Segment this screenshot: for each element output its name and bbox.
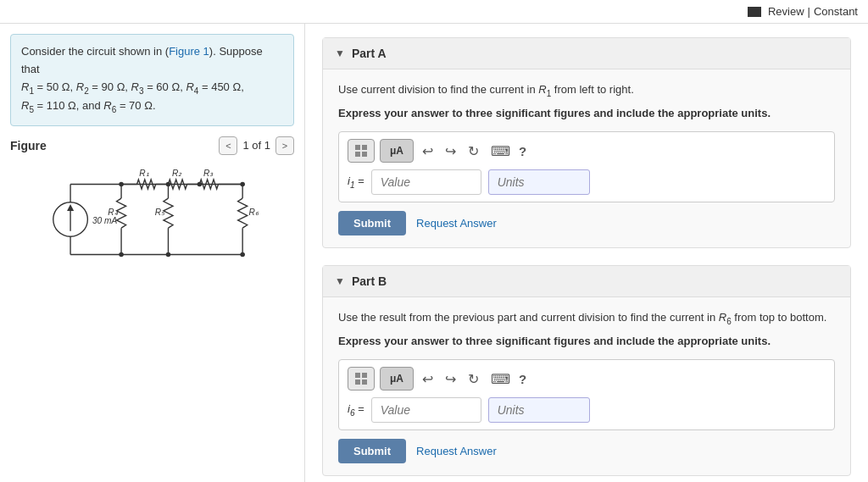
matrix-icon-b [353, 371, 369, 386]
part-a-content: Use current division to find the current… [323, 69, 850, 247]
svg-point-24 [165, 252, 170, 258]
circuit-diagram: 30 mA R₄ [10, 162, 294, 277]
part-a-answer-box: μA ↩ ↪ ↻ ⌨ ? i1 = [338, 131, 835, 202]
svg-rect-37 [362, 380, 367, 385]
svg-text:R₄: R₄ [108, 208, 118, 217]
svg-text:R₆: R₆ [248, 208, 259, 217]
part-b-header[interactable]: ▼ Part B [323, 266, 850, 297]
part-b-section: ▼ Part B Use the result from the previou… [322, 265, 851, 476]
next-figure-btn[interactable]: > [275, 136, 294, 155]
svg-rect-31 [362, 145, 367, 150]
review-link[interactable]: Review [768, 5, 804, 18]
part-b-help-btn[interactable]: ? [519, 372, 526, 386]
figure-link[interactable]: Figure 1 [169, 45, 209, 58]
part-a-value-input[interactable] [371, 169, 481, 195]
part-a-question: Use current division to find the current… [338, 81, 835, 100]
part-a-title: Part A [352, 47, 387, 60]
part-b-units-input[interactable] [488, 397, 590, 423]
svg-rect-35 [362, 373, 367, 378]
svg-point-28 [240, 252, 245, 258]
part-b-instruction: Express your answer to three significant… [338, 333, 835, 350]
part-a-section: ▼ Part A Use current division to find th… [322, 37, 851, 248]
part-b-button-row: Submit Request Answer [338, 439, 835, 463]
matrix-icon [353, 143, 369, 158]
svg-text:R₃: R₃ [203, 169, 214, 178]
part-b-content: Use the result from the previous part an… [323, 297, 850, 475]
part-a-toolbar: μA ↩ ↪ ↻ ⌨ ? [348, 139, 826, 163]
figure-label: Figure [10, 139, 47, 152]
part-b-redo-btn[interactable]: ↪ [442, 369, 459, 389]
part-b-title: Part B [352, 274, 387, 288]
prev-figure-btn[interactable]: < [219, 136, 237, 155]
resistor-values: R1 = 50 Ω, R2 = 90 Ω, R3 = 60 Ω, R4 = 45… [21, 80, 244, 113]
part-b-unit-btn[interactable]: μA [380, 367, 414, 391]
figure-section: Figure < 1 of 1 > [10, 136, 294, 277]
part-b-reset-btn[interactable]: ↻ [465, 369, 482, 389]
part-a-help-btn[interactable]: ? [519, 144, 526, 158]
part-b-question: Use the result from the previous part an… [338, 309, 835, 328]
part-b-submit-btn[interactable]: Submit [338, 439, 406, 463]
part-b-value-input[interactable] [371, 397, 481, 423]
constant-link[interactable]: Constant [814, 5, 858, 18]
separator: | [808, 5, 810, 18]
main-layout: Consider the circuit shown in (Figure 1)… [0, 24, 868, 482]
svg-text:R₂: R₂ [172, 169, 182, 178]
part-a-input-label: i1 = [348, 175, 364, 190]
part-a-request-link[interactable]: Request Answer [416, 217, 497, 230]
part-a-reset-btn[interactable]: ↻ [465, 141, 482, 161]
figure-nav: < 1 of 1 > [219, 136, 294, 155]
right-panel: ▼ Part A Use current division to find th… [305, 24, 868, 482]
part-b-input-label: i6 = [348, 402, 364, 418]
problem-text: Consider the circuit shown in (Figure 1)… [10, 34, 294, 126]
svg-rect-30 [355, 145, 360, 150]
svg-rect-32 [355, 152, 360, 157]
part-a-arrow: ▼ [335, 47, 345, 59]
figure-page: 1 of 1 [242, 139, 270, 152]
part-b-input-row: i6 = [348, 397, 826, 423]
part-a-matrix-btn[interactable] [348, 139, 375, 163]
circuit-svg: 30 mA R₄ [30, 169, 275, 270]
svg-rect-36 [355, 380, 360, 385]
part-a-button-row: Submit Request Answer [338, 211, 835, 235]
top-bar-links: Review | Constant [748, 5, 858, 18]
part-b-answer-box: μA ↩ ↪ ↻ ⌨ ? i6 = [338, 359, 835, 430]
part-a-header[interactable]: ▼ Part A [323, 38, 850, 69]
svg-point-29 [240, 181, 245, 186]
svg-text:R₅: R₅ [154, 208, 164, 217]
top-bar: Review | Constant [0, 0, 868, 24]
part-a-submit-btn[interactable]: Submit [338, 211, 406, 235]
part-a-unit-btn[interactable]: μA [380, 139, 414, 163]
part-a-keyboard-btn[interactable]: ⌨ [487, 141, 514, 161]
part-b-arrow: ▼ [335, 275, 345, 287]
svg-point-11 [119, 252, 124, 258]
part-b-toolbar: μA ↩ ↪ ↻ ⌨ ? [348, 367, 826, 391]
part-b-undo-btn[interactable]: ↩ [419, 369, 437, 389]
part-a-undo-btn[interactable]: ↩ [419, 141, 437, 161]
review-icon [748, 7, 761, 17]
part-b-keyboard-btn[interactable]: ⌨ [487, 369, 514, 389]
part-a-units-input[interactable] [488, 169, 590, 195]
part-b-matrix-btn[interactable] [348, 367, 375, 391]
svg-text:R₁: R₁ [139, 169, 148, 178]
part-b-request-link[interactable]: Request Answer [416, 445, 497, 457]
part-a-instruction: Express your answer to three significant… [338, 105, 835, 122]
svg-rect-34 [355, 373, 360, 378]
svg-rect-33 [362, 152, 367, 157]
part-a-input-row: i1 = [348, 169, 826, 195]
figure-header: Figure < 1 of 1 > [10, 136, 294, 155]
part-a-redo-btn[interactable]: ↪ [442, 141, 459, 161]
left-panel: Consider the circuit shown in (Figure 1)… [0, 24, 305, 482]
